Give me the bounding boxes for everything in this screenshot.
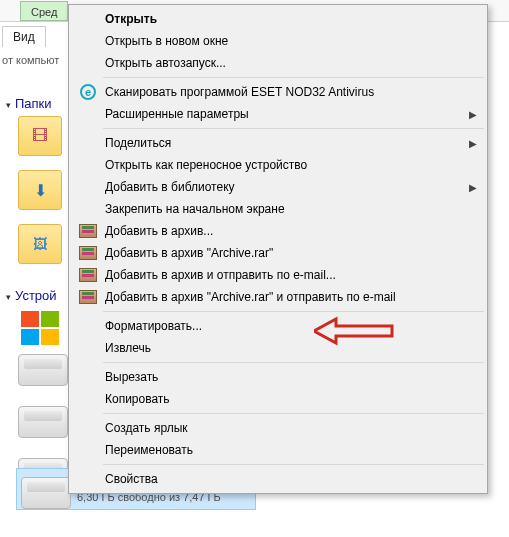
ribbon-button[interactable]: Сред (20, 1, 68, 21)
menu-eject[interactable]: Извлечь (71, 337, 485, 359)
menu-add-archive-rar[interactable]: Добавить в архив "Archive.rar" (71, 242, 485, 264)
menu-add-archive-email[interactable]: Добавить в архив и отправить по e-mail..… (71, 264, 485, 286)
usb-drive-icon (21, 477, 71, 509)
folder-icon[interactable]: ⬇ (18, 170, 62, 210)
separator (103, 311, 484, 312)
separator (103, 77, 484, 78)
section-devices[interactable]: ▾Устрой (6, 288, 57, 303)
collapse-icon: ▾ (6, 100, 11, 110)
windows-drive-icon[interactable] (18, 308, 62, 348)
drive-icon[interactable] (18, 354, 68, 386)
separator (103, 128, 484, 129)
separator (103, 413, 484, 414)
menu-open[interactable]: Открыть (71, 8, 485, 30)
collapse-icon: ▾ (6, 292, 11, 302)
menu-add-library[interactable]: Добавить в библиотеку ▶ (71, 176, 485, 198)
breadcrumb: от компьют (2, 54, 59, 66)
menu-open-new-window[interactable]: Открыть в новом окне (71, 30, 485, 52)
menu-open-portable[interactable]: Открыть как переносное устройство (71, 154, 485, 176)
winrar-icon (79, 290, 97, 304)
menu-open-autoplay[interactable]: Открыть автозапуск... (71, 52, 485, 74)
folder-icon[interactable]: 🎞 (18, 116, 62, 156)
menu-cut[interactable]: Вырезать (71, 366, 485, 388)
menu-copy[interactable]: Копировать (71, 388, 485, 410)
menu-pin-start[interactable]: Закрепить на начальном экране (71, 198, 485, 220)
context-menu: Открыть Открыть в новом окне Открыть авт… (68, 4, 488, 494)
menu-add-archive-rar-email[interactable]: Добавить в архив "Archive.rar" и отправи… (71, 286, 485, 308)
menu-advanced[interactable]: Расширенные параметры ▶ (71, 103, 485, 125)
winrar-icon (79, 224, 97, 238)
separator (103, 362, 484, 363)
submenu-arrow-icon: ▶ (469, 182, 477, 193)
tab-view[interactable]: Вид (2, 26, 46, 47)
menu-eset-scan[interactable]: e Сканировать программой ESET NOD32 Anti… (71, 81, 485, 103)
folder-icon[interactable]: 🖼 (18, 224, 62, 264)
eset-icon: e (80, 84, 96, 100)
folder-icons: 🎞 ⬇ 🖼 (18, 116, 66, 278)
separator (103, 464, 484, 465)
menu-add-archive[interactable]: Добавить в архив... (71, 220, 485, 242)
menu-rename[interactable]: Переименовать (71, 439, 485, 461)
winrar-icon (79, 268, 97, 282)
winrar-icon (79, 246, 97, 260)
menu-create-shortcut[interactable]: Создать ярлык (71, 417, 485, 439)
menu-properties[interactable]: Свойства (71, 468, 485, 490)
section-folders[interactable]: ▾Папки (6, 96, 52, 111)
submenu-arrow-icon: ▶ (469, 109, 477, 120)
submenu-arrow-icon: ▶ (469, 138, 477, 149)
drive-icon[interactable] (18, 406, 68, 438)
menu-share[interactable]: Поделиться ▶ (71, 132, 485, 154)
menu-format[interactable]: Форматировать... (71, 315, 485, 337)
